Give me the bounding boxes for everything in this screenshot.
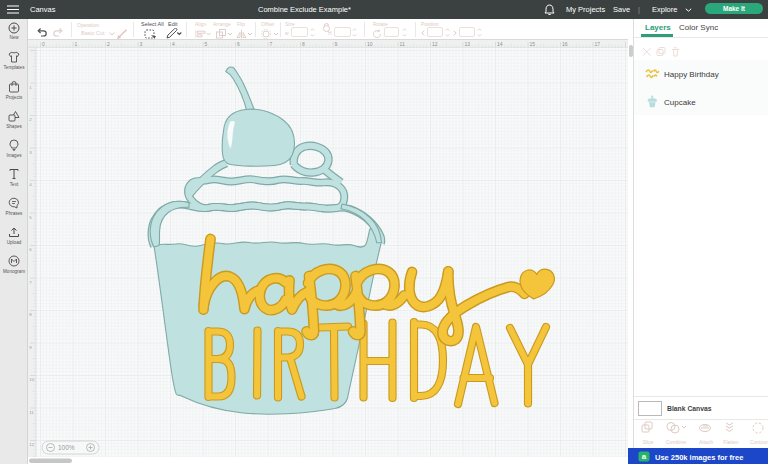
svg-text:10: 10 — [29, 377, 34, 382]
svg-text:3: 3 — [140, 41, 143, 47]
svg-text:12: 12 — [29, 442, 34, 447]
svg-text:10: 10 — [367, 41, 373, 47]
svg-text:12: 12 — [432, 41, 438, 47]
svg-text:8: 8 — [302, 41, 305, 47]
svg-text:15: 15 — [530, 41, 536, 47]
svg-text:1: 1 — [75, 41, 78, 47]
svg-text:6: 6 — [237, 41, 240, 47]
svg-text:16: 16 — [562, 41, 568, 47]
svg-text:14: 14 — [497, 41, 503, 47]
svg-text:11: 11 — [400, 41, 405, 47]
svg-text:9: 9 — [335, 41, 338, 47]
svg-text:5: 5 — [205, 41, 208, 47]
svg-text:17: 17 — [595, 41, 601, 47]
svg-text:4: 4 — [172, 41, 175, 47]
svg-text:a: a — [642, 452, 647, 461]
svg-text:100%: 100% — [58, 444, 75, 451]
svg-text:0: 0 — [42, 41, 45, 47]
svg-text:13: 13 — [465, 41, 471, 47]
svg-text:11: 11 — [29, 410, 34, 415]
svg-text:2: 2 — [107, 41, 110, 47]
svg-text:7: 7 — [270, 41, 273, 47]
